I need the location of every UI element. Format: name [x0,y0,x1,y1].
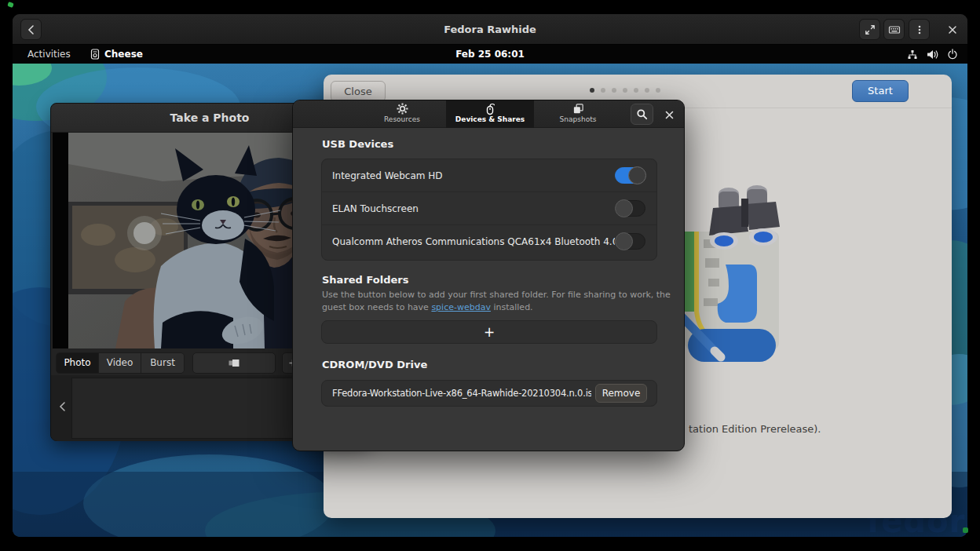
dialog-header: Resources Devices & Shares [293,100,684,128]
devices-icon [484,103,496,115]
setup-page-dots [324,88,927,93]
cdrom-title: CDROM/DVD Drive [322,359,427,370]
screenshot-artifact [7,2,14,8]
power-icon [947,49,958,60]
screen: Fedora Rawhide [0,0,980,551]
kebab-menu-icon [914,24,925,35]
description-line1: Use the button below to add your first s… [322,289,667,301]
boxes-app-window: Fedora Rawhide [13,14,967,537]
camera-icon [227,357,241,369]
fullscreen-icon [865,24,876,35]
app-titlebar: Fedora Rawhide [13,14,967,45]
usb-device-name: Integrated Webcam HD [332,159,443,192]
tab-snapshots-label: Snapshots [534,115,622,124]
toggle-knob [615,199,633,217]
toggle-knob [615,232,633,250]
vm-properties-dialog: Resources Devices & Shares [292,100,685,451]
setup-partial-text: tation Edition Prerelease). [689,423,821,435]
tab-resources[interactable]: Resources [358,100,446,128]
close-icon [948,25,957,35]
video-mode-button[interactable]: Video [99,353,141,373]
usb-devices-list: Integrated Webcam HD ELAN Touchscreen Qu… [321,159,657,261]
vm-display: Activities Cheese Feb 25 06:01 [13,45,967,537]
usb-device-toggle[interactable] [615,200,645,217]
toggle-knob [628,166,646,184]
page-dot [612,88,616,93]
shared-folders-description: Use the button below to add your first s… [322,289,667,314]
tab-snapshots[interactable]: Snapshots [534,100,622,128]
menu-button[interactable] [909,19,930,40]
iso-name: FFedora-Workstation-Live-x86_64-Rawhide-… [332,381,591,406]
cheese-mode-switcher: Photo Video Burst [56,352,185,374]
close-window-button[interactable] [942,19,963,40]
tab-resources-label: Resources [358,115,446,124]
gallery-prev-button[interactable] [56,399,68,414]
binoculars-illustration [667,177,785,369]
dialog-search-button[interactable] [631,104,653,125]
search-icon [636,108,648,120]
description-line2-post: installed. [491,302,533,312]
add-shared-folder-button[interactable]: + [321,320,657,344]
close-icon [665,111,674,119]
remove-iso-button[interactable]: Remove [595,384,647,403]
clock-button[interactable]: Feb 25 06:01 [13,45,967,64]
cdrom-row: FFedora-Workstation-Live-x86_64-Rawhide-… [321,380,657,407]
burst-mode-button[interactable]: Burst [141,353,184,373]
usb-device-row: ELAN Touchscreen [322,192,656,225]
usb-devices-title: USB Devices [322,138,393,150]
shared-folders-title: Shared Folders [322,274,408,286]
usb-device-row: Integrated Webcam HD [322,159,656,192]
gear-icon [397,103,408,115]
vm-top-panel: Activities Cheese Feb 25 06:01 [13,45,967,64]
take-photo-button[interactable] [192,352,276,374]
page-dot [656,88,660,93]
volume-icon [927,49,938,60]
snapshots-icon [572,103,584,115]
window-title: Fedora Rawhide [13,14,967,45]
photo-mode-button[interactable]: Photo [57,353,99,373]
page-dot [623,88,627,93]
system-tray[interactable] [907,45,958,64]
page-dot [601,88,605,93]
dialog-close-button[interactable] [660,106,678,123]
tab-devices-shares-label: Devices & Shares [446,115,534,124]
keyboard-button[interactable] [883,19,905,40]
usb-device-row: Qualcomm Atheros Communications QCA61x4 … [322,225,656,259]
page-dot [590,88,594,93]
keyboard-icon [888,24,901,35]
description-line2: guest box needs to have spice-webdav ins… [322,301,667,314]
network-icon [907,49,918,60]
fullscreen-button[interactable] [859,19,880,40]
chevron-left-icon [58,401,66,412]
setup-start-button[interactable]: Start [852,80,909,102]
usb-device-toggle[interactable] [615,167,645,184]
spice-webdav-link[interactable]: spice-webdav [431,302,491,312]
usb-device-name: ELAN Touchscreen [332,192,419,225]
page-dot [645,88,649,93]
tab-devices-shares[interactable]: Devices & Shares [446,100,534,128]
screenshot-artifact [963,527,968,533]
page-dot [634,88,638,93]
description-line2-pre: guest box needs to have [322,302,431,312]
usb-device-name: Qualcomm Atheros Communications QCA61x4 … [332,225,615,258]
usb-device-toggle[interactable] [615,233,645,250]
